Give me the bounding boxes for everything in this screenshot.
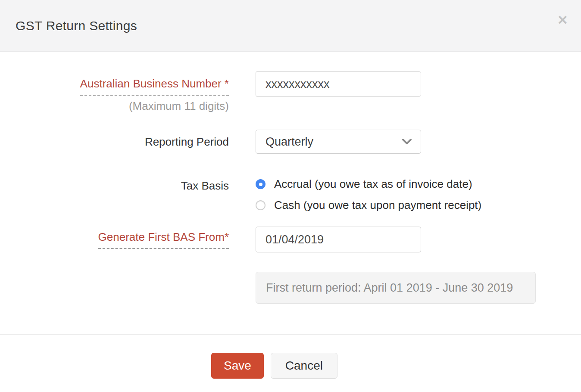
close-icon[interactable]: ✕	[557, 14, 568, 27]
tax-basis-option-cash-label: Cash (you owe tax upon payment receipt)	[274, 199, 481, 212]
generate-first-bas-label: Generate First BAS From*	[98, 230, 229, 249]
generate-first-bas-input[interactable]	[256, 227, 421, 252]
abn-label-block: Australian Business Number * (Maximum 11…	[0, 71, 229, 113]
modal-body: Australian Business Number * (Maximum 11…	[0, 52, 581, 304]
radio-selected-icon	[256, 179, 266, 189]
radio-unselected-icon	[256, 200, 266, 210]
reporting-period-label: Reporting Period	[145, 135, 229, 148]
tax-basis-label: Tax Basis	[181, 179, 229, 192]
tax-basis-option-accrual[interactable]: Accrual (you owe tax as of invoice date)	[256, 177, 481, 191]
abn-label: Australian Business Number *	[80, 77, 229, 96]
tax-basis-row: Tax Basis Accrual (you owe tax as of inv…	[0, 177, 581, 212]
modal-footer: Save Cancel	[0, 335, 581, 379]
abn-row: Australian Business Number * (Maximum 11…	[0, 71, 581, 113]
first-return-period-note: First return period: April 01 2019 - Jun…	[256, 272, 536, 304]
save-button[interactable]: Save	[211, 353, 264, 379]
modal-header: GST Return Settings ✕	[0, 0, 581, 52]
abn-input[interactable]	[256, 71, 421, 97]
abn-hint: (Maximum 11 digits)	[0, 100, 229, 113]
reporting-period-select[interactable]: Quarterly	[256, 130, 421, 154]
tax-basis-option-cash[interactable]: Cash (you owe tax upon payment receipt)	[256, 199, 481, 212]
generate-first-bas-row: Generate First BAS From*	[0, 227, 581, 252]
reporting-period-row: Reporting Period Quarterly	[0, 130, 581, 154]
page-title: GST Return Settings	[16, 19, 137, 33]
reporting-period-value: Quarterly	[266, 135, 313, 149]
note-row: First return period: April 01 2019 - Jun…	[0, 272, 581, 304]
cancel-button[interactable]: Cancel	[271, 353, 337, 379]
chevron-down-icon	[402, 138, 412, 145]
tax-basis-option-accrual-label: Accrual (you owe tax as of invoice date)	[274, 177, 472, 191]
abn-field	[256, 71, 421, 97]
